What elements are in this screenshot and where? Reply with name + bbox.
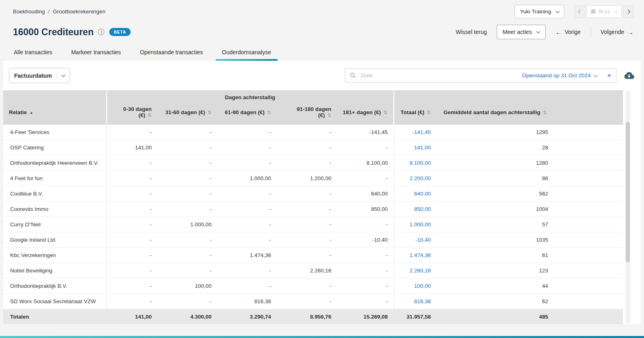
column-header-31-60-dagen[interactable]: 31-60 dagen (€): [157, 101, 217, 125]
table-row[interactable]: Nobel Beveiliging - - - 2.260,16 - 2.260…: [3, 263, 623, 278]
sort-icon: [540, 109, 547, 115]
d31-60-cell: -: [157, 202, 217, 217]
chevron-down-icon: [61, 73, 66, 77]
previous-document-button[interactable]: [575, 5, 585, 18]
tab-alle-transacties[interactable]: Alle transacties: [13, 49, 53, 61]
relatie-cell[interactable]: OSP Catering: [3, 140, 106, 155]
administration-dropdown[interactable]: Yuki Training: [515, 5, 564, 18]
wissel-terug-button[interactable]: Wissel terug: [456, 29, 487, 35]
relatie-cell[interactable]: 4-Feet 'Services: [3, 125, 106, 140]
title-row: 16000 Crediteuren BETA Wissel terug Meer…: [0, 18, 644, 39]
relatie-cell[interactable]: Orthodontiepraktijk B.V.: [3, 278, 106, 294]
totals-61-90: 3.290,74: [217, 309, 277, 325]
column-header-relatie[interactable]: Relatie: [3, 101, 106, 125]
d0-30-cell: -: [106, 278, 157, 294]
column-header-0-30-dagen[interactable]: 0-30 dagen (€): [106, 101, 157, 125]
column-header-181-dagen[interactable]: 181+ dagen (€): [337, 101, 394, 125]
document-selector-label: N.v.t.: [599, 9, 611, 15]
d181-cell: -: [337, 248, 394, 263]
download-export-button[interactable]: [623, 70, 635, 81]
column-header-totaal[interactable]: Totaal (€): [394, 101, 436, 125]
totaal-cell[interactable]: 141,00: [394, 140, 436, 155]
horizontal-scrollbar[interactable]: [0, 336, 644, 338]
relatie-cell[interactable]: Nobel Beveiliging: [3, 263, 106, 278]
totals-row: Totalen 141,00 4.300,00 3.290,74 8.956,7…: [3, 309, 623, 325]
column-header-91-180-dagen[interactable]: 91-180 dagen (€): [277, 101, 337, 125]
column-header-gemiddeld[interactable]: Gemiddeld aantal dagen achterstallig: [436, 101, 554, 125]
next-document-button[interactable]: [623, 5, 633, 18]
relatie-cell[interactable]: Orthodontiepraktijk Heerenveen B.V.: [3, 155, 106, 171]
totals-181: 15.269,08: [337, 309, 394, 325]
totaal-cell[interactable]: 850,00: [394, 202, 436, 217]
d31-60-cell: -: [157, 263, 217, 278]
table-row[interactable]: Google Ireland Ltd. - - - - -10,40 -10,4…: [3, 232, 623, 248]
sort-icon: [145, 112, 152, 118]
table-row[interactable]: 4-Feet 'Services - - - - -141,45 -141,45…: [3, 125, 623, 140]
d31-60-cell: -: [157, 232, 217, 248]
relatie-cell[interactable]: Coolblue B.V.: [3, 186, 106, 202]
totaal-cell[interactable]: 2.260,16: [394, 263, 436, 278]
vertical-scrollbar-thumb[interactable]: [626, 122, 630, 262]
date-type-dropdown[interactable]: Factuurdatum: [9, 68, 70, 83]
d91-180-cell: -: [277, 294, 337, 309]
clear-filter-icon[interactable]: [607, 72, 611, 79]
relatie-cell[interactable]: Coorevits Immo: [3, 202, 106, 217]
totaal-cell[interactable]: 640,00: [394, 186, 436, 202]
totaal-cell[interactable]: -10,40: [394, 232, 436, 248]
table-row[interactable]: Curry O"Neil - 1.000,00 - - - 1.000,00 5…: [3, 217, 623, 232]
relatie-cell[interactable]: Google Ireland Ltd.: [3, 232, 106, 248]
vertical-scrollbar[interactable]: [625, 90, 630, 324]
table-row[interactable]: SD Worx Sociaal Secretariaat VZW - - 816…: [3, 294, 623, 309]
totaal-cell[interactable]: 1.000,00: [394, 217, 436, 232]
totaal-cell[interactable]: 8.100,00: [394, 155, 436, 171]
totaal-cell[interactable]: 1.474,36: [394, 248, 436, 263]
volgende-button[interactable]: Volgende: [601, 29, 633, 36]
sort-icon: [424, 109, 431, 115]
open-filter-dropdown[interactable]: Openstaand op 31 Oct 2024: [522, 72, 597, 79]
d31-60-cell: -: [157, 171, 217, 186]
relatie-cell[interactable]: Kbc Verzekeringen: [3, 248, 106, 263]
tab-ouderdomsanalyse[interactable]: Ouderdomsanalyse: [221, 49, 272, 61]
totaal-cell[interactable]: 100,00: [394, 278, 436, 294]
d91-180-cell: -: [277, 125, 337, 140]
table-row[interactable]: Coolblue B.V. - - - - 640,00 640,00 562: [3, 186, 623, 202]
wissel-terug-label: Wissel terug: [456, 29, 487, 35]
search-input[interactable]: [360, 72, 518, 79]
table-row[interactable]: Orthodontiepraktijk Heerenveen B.V. - - …: [3, 155, 623, 171]
info-icon[interactable]: [98, 29, 104, 35]
d181-cell: -: [337, 217, 394, 232]
d91-180-cell: -: [277, 232, 337, 248]
totaal-cell[interactable]: -141,45: [394, 125, 436, 140]
totals-totaal: 31.957,58: [394, 309, 436, 325]
d0-30-cell: -: [106, 171, 157, 186]
table-row[interactable]: OSP Catering 141,00 - - - - 141,00 28: [3, 140, 623, 155]
d91-180-cell: -: [277, 140, 337, 155]
chevron-down-icon: [594, 73, 598, 77]
relatie-cell[interactable]: SD Worx Sociaal Secretariaat VZW: [3, 294, 106, 309]
d0-30-cell: -: [106, 248, 157, 263]
table-row[interactable]: Coorevits Immo - - - - 850,00 850,00 100…: [3, 202, 623, 217]
breadcrumb-boekhouding[interactable]: Boekhouding: [13, 9, 45, 15]
vorige-button[interactable]: Vorige: [555, 29, 581, 36]
totaal-cell[interactable]: 2.200,00: [394, 171, 436, 186]
column-header-61-90-dagen[interactable]: 61-90 dagen (€): [217, 101, 277, 125]
tab-openstaande-transacties[interactable]: Openstaande transacties: [139, 49, 204, 61]
totals-gemiddeld: 485: [436, 309, 554, 325]
document-selector-dropdown[interactable]: N.v.t.: [587, 5, 622, 18]
relatie-cell[interactable]: Curry O"Neil: [3, 217, 106, 232]
d0-30-cell: -: [106, 186, 157, 202]
beta-badge: BETA: [109, 28, 130, 36]
top-bar: Boekhouding / Grootboekrekeningen Yuki T…: [0, 0, 644, 18]
d91-180-cell: 1.200,00: [277, 171, 337, 186]
meer-acties-button[interactable]: Meer acties: [497, 25, 546, 39]
totaal-cell[interactable]: 816,38: [394, 294, 436, 309]
document-icon: [591, 9, 595, 14]
table-row[interactable]: 4 Feet for fun - - 1.000,00 1.200,00 - 2…: [3, 171, 623, 186]
d61-90-cell: -: [217, 232, 277, 248]
d181-cell: -: [337, 263, 394, 278]
table-row[interactable]: Orthodontiepraktijk B.V. - 100,00 - - - …: [3, 278, 623, 294]
breadcrumb-grootboekrekeningen[interactable]: Grootboekrekeningen: [53, 9, 106, 15]
table-row[interactable]: Kbc Verzekeringen - - 1.474,36 - - 1.474…: [3, 248, 623, 263]
tab-markeer-transacties[interactable]: Markeer transacties: [70, 49, 122, 61]
relatie-cell[interactable]: 4 Feet for fun: [3, 171, 106, 186]
